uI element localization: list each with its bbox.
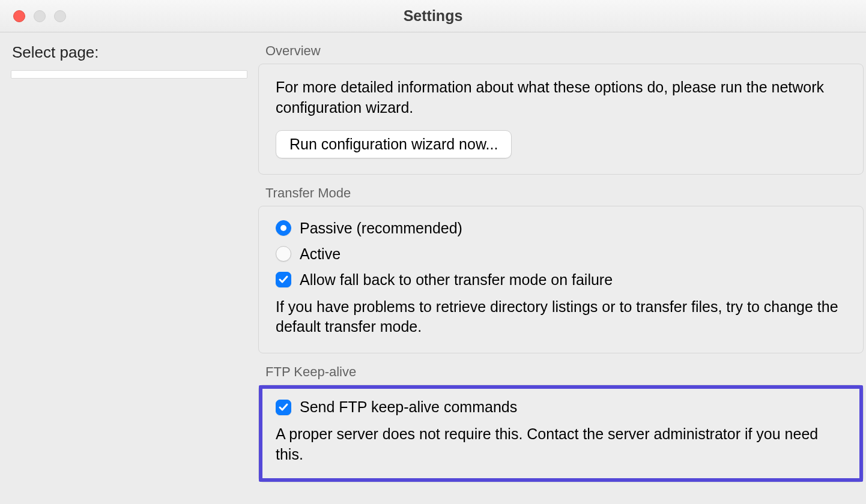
titlebar: Settings (0, 0, 866, 32)
radio-active[interactable] (276, 246, 291, 262)
settings-page-ftp: Overview For more detailed information a… (252, 32, 866, 504)
allow-fallback-row[interactable]: Allow fall back to other transfer mode o… (276, 271, 846, 289)
section-title-keepalive: FTP Keep-alive (252, 353, 866, 385)
transfer-mode-active-row[interactable]: Active (276, 245, 846, 263)
checkbox-keepalive[interactable] (276, 400, 291, 415)
minimize-window-button[interactable] (34, 10, 46, 22)
settings-tree[interactable]: Connection FTP Active mode Passive mode … (11, 70, 247, 79)
section-overview: For more detailed information about what… (258, 64, 864, 175)
keepalive-note: A proper server does not require this. C… (276, 424, 846, 465)
transfer-mode-help: If you have problems to retrieve directo… (276, 297, 846, 338)
overview-text: For more detailed information about what… (276, 77, 846, 118)
close-window-button[interactable] (13, 10, 25, 22)
zoom-window-button[interactable] (54, 10, 66, 22)
checkbox-label: Allow fall back to other transfer mode o… (300, 271, 613, 289)
keepalive-row[interactable]: Send FTP keep-alive commands (276, 398, 846, 416)
window-title: Settings (0, 7, 866, 25)
run-wizard-button[interactable]: Run configuration wizard now... (276, 130, 512, 158)
radio-label: Passive (recommended) (300, 220, 462, 237)
tree-label: Connection (47, 77, 123, 79)
section-title-transfer-mode: Transfer Mode (252, 175, 866, 206)
section-keepalive: Send FTP keep-alive commands A proper se… (258, 385, 864, 482)
traffic-lights (0, 10, 66, 22)
transfer-mode-passive-row[interactable]: Passive (recommended) (276, 220, 846, 237)
radio-passive[interactable] (276, 220, 291, 236)
section-transfer-mode: Passive (recommended) Active Allow fall … (258, 206, 864, 354)
checkbox-label: Send FTP keep-alive commands (300, 398, 517, 416)
section-title-overview: Overview (252, 32, 866, 64)
radio-label: Active (300, 245, 341, 263)
annotation-highlight-box: Send FTP keep-alive commands A proper se… (259, 385, 863, 482)
checkbox-allow-fallback[interactable] (276, 272, 291, 287)
select-page-label: Select page: (11, 43, 247, 62)
tree-item-connection[interactable]: Connection (11, 74, 247, 79)
